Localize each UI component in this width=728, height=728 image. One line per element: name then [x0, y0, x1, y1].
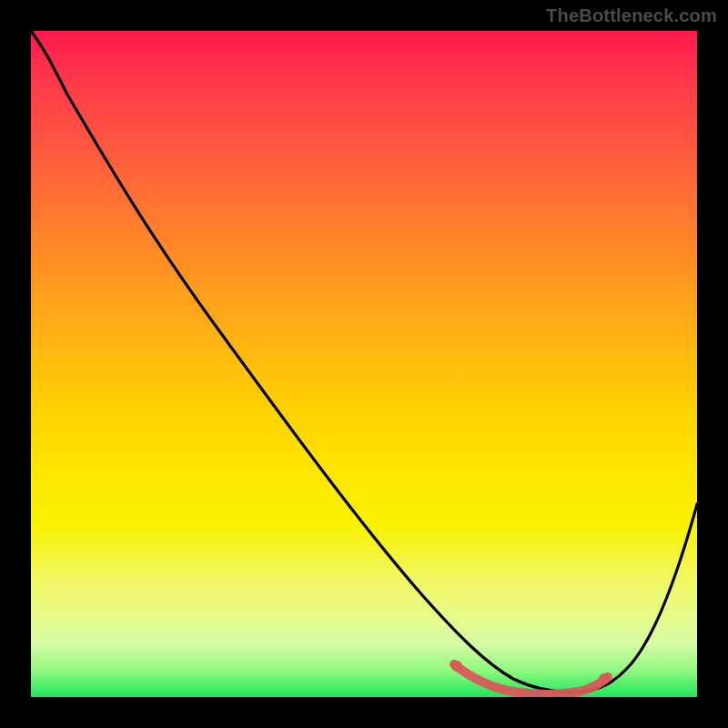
chart-frame: TheBottleneck.com	[0, 0, 728, 728]
watermark-text: TheBottleneck.com	[546, 5, 717, 26]
bottleneck-curve	[31, 31, 697, 692]
highlight-dot-mid1	[500, 685, 509, 694]
highlight-band	[454, 664, 608, 694]
plot-area	[31, 31, 697, 697]
highlight-dot-start	[451, 661, 462, 672]
highlight-dot-end	[599, 673, 610, 684]
curve-layer	[31, 31, 697, 697]
